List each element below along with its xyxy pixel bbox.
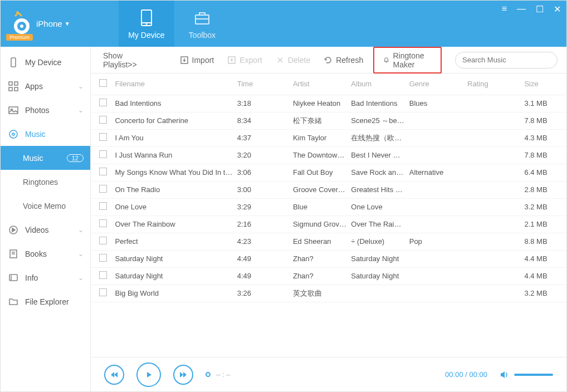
refresh-button[interactable]: Refresh (320, 53, 366, 67)
checkbox-icon[interactable] (99, 185, 107, 193)
select-all-header[interactable] (91, 74, 110, 95)
checkbox-icon[interactable] (99, 133, 107, 141)
checkbox-icon[interactable] (99, 219, 107, 227)
cell-album: Bad Intentions (346, 95, 404, 112)
row-checkbox[interactable] (91, 250, 110, 267)
show-playlist-button[interactable]: Show Playlist>> (100, 49, 146, 71)
svg-point-17 (12, 133, 14, 135)
search-input[interactable] (462, 56, 556, 64)
sidebar-sub-voice-memo[interactable]: Voice Memo (1, 194, 90, 218)
next-button[interactable] (173, 365, 193, 385)
cell-genre (405, 267, 463, 285)
sidebar-item-photos[interactable]: Photos ⌄ (1, 98, 90, 122)
col-album[interactable]: Album (346, 74, 404, 95)
row-checkbox[interactable] (91, 95, 110, 112)
table-row[interactable]: I Am You4:37Kim Taylor在线热搜（欧美）4.3 MB (91, 129, 566, 146)
row-checkbox[interactable] (91, 198, 110, 215)
col-artist[interactable]: Artist (289, 74, 346, 95)
minimize-icon[interactable]: — (517, 4, 526, 14)
table-row[interactable]: Over The Rainbow2:16Sigmund GrovenOver T… (91, 215, 566, 233)
row-checkbox[interactable] (91, 285, 110, 302)
cell-artist: Sigmund Groven (289, 215, 346, 233)
cell-time: 4:37 (233, 129, 289, 146)
checkbox-icon[interactable] (99, 288, 107, 296)
volume-control[interactable] (500, 370, 553, 380)
table-row[interactable]: One Love3:29BlueOne Love3.2 MB (91, 198, 566, 215)
row-checkbox[interactable] (91, 233, 110, 250)
app-logo: Premium (5, 11, 32, 37)
checkbox-icon[interactable] (99, 271, 107, 279)
cell-size: 8.8 MB (520, 233, 566, 250)
menu-icon[interactable]: ≡ (502, 4, 507, 14)
tab-toolbox[interactable]: Toolbox (174, 1, 230, 47)
col-filename[interactable]: Filename (110, 74, 232, 95)
sidebar-item-videos[interactable]: Videos ⌄ (1, 218, 90, 242)
col-rating[interactable]: Rating (463, 74, 520, 95)
table-row[interactable]: Perfect4:23Ed Sheeran÷ (Deluxe)Pop8.8 MB (91, 233, 566, 250)
row-checkbox[interactable] (91, 164, 110, 181)
col-genre[interactable]: Genre (405, 74, 463, 95)
cell-time: 4:49 (233, 267, 289, 285)
table-row[interactable]: I Just Wanna Run3:20The Downtown Fiction… (91, 146, 566, 164)
row-checkbox[interactable] (91, 146, 110, 164)
checkbox-icon[interactable] (99, 79, 107, 87)
search-music-box[interactable] (455, 52, 558, 68)
device-dropdown[interactable]: iPhone ▼ (36, 19, 70, 28)
checkbox-icon[interactable] (99, 168, 107, 175)
tab-my-device[interactable]: My Device (119, 1, 174, 47)
svg-rect-13 (14, 87, 18, 91)
export-button[interactable]: Export (224, 53, 265, 67)
cell-album: Scene25 ～best Of (346, 112, 404, 129)
sidebar-item-books[interactable]: Books ⌄ (1, 242, 90, 266)
sidebar-item-apps[interactable]: Apps ⌄ (1, 74, 90, 98)
checkbox-icon[interactable] (99, 116, 107, 124)
svg-rect-10 (9, 82, 12, 85)
cell-time: 3:00 (233, 181, 289, 198)
delete-button[interactable]: Delete (272, 53, 314, 67)
cell-size: 2.1 MB (520, 215, 566, 233)
cell-filename: Over The Rainbow (110, 215, 232, 233)
sidebar-item-music[interactable]: Music (1, 122, 90, 146)
row-checkbox[interactable] (91, 215, 110, 233)
table-row[interactable]: On The Radio3:00Groove CoverageGreatest … (91, 181, 566, 198)
previous-button[interactable] (104, 365, 124, 385)
table-row[interactable]: Big Big World3:26英文歌曲3.2 MB (91, 285, 566, 302)
row-checkbox[interactable] (91, 181, 110, 198)
sidebar-item-label: Photos (25, 106, 50, 115)
table-row[interactable]: Saturday Night4:49Zhan?Saturday Night4.4… (91, 250, 566, 267)
sidebar-item-info[interactable]: Info ⌄ (1, 266, 90, 290)
checkbox-icon[interactable] (99, 237, 107, 244)
row-checkbox[interactable] (91, 129, 110, 146)
svg-point-3 (16, 11, 18, 13)
sidebar-sub-music[interactable]: Music 12 (1, 146, 90, 170)
row-checkbox[interactable] (91, 267, 110, 285)
chevron-down-icon: ⌄ (78, 226, 84, 234)
row-checkbox[interactable] (91, 112, 110, 129)
ringtone-maker-button[interactable]: Ringtone Maker (373, 47, 442, 74)
volume-bar[interactable] (514, 374, 553, 376)
sidebar-sub-ringtones[interactable]: Ringtones (1, 170, 90, 194)
play-button[interactable] (136, 362, 161, 387)
header-tabs: My Device Toolbox (119, 1, 230, 47)
cell-rating (463, 181, 520, 198)
table-row[interactable]: Concerto for Catherine8:34松下奈緒Scene25 ～b… (91, 112, 566, 129)
table-row[interactable]: Bad Intentions3:18Niykee HeatonBad Inten… (91, 95, 566, 112)
col-size[interactable]: Size (520, 74, 566, 95)
sidebar-item-my-device[interactable]: My Device (1, 50, 90, 74)
sidebar-item-label: Apps (25, 82, 43, 91)
col-time[interactable]: Time (233, 74, 289, 95)
checkbox-icon[interactable] (99, 254, 107, 262)
table-row[interactable]: Saturday Night4:49Zhan?Saturday Night4.4… (91, 267, 566, 285)
checkbox-icon[interactable] (99, 150, 107, 158)
table-row[interactable]: My Songs Know What You Did In th...3:06F… (91, 164, 566, 181)
import-button[interactable]: Import (177, 53, 218, 67)
checkbox-icon[interactable] (99, 99, 107, 106)
cell-artist: Blue (289, 198, 346, 215)
checkbox-icon[interactable] (99, 202, 107, 210)
close-icon[interactable]: ✕ (554, 4, 561, 14)
maximize-icon[interactable]: ☐ (536, 4, 544, 14)
svg-point-24 (11, 277, 12, 278)
sidebar-item-file-explorer[interactable]: File Explorer (1, 290, 90, 313)
seek-handle[interactable] (206, 372, 211, 377)
cell-album: Best I Never Had (346, 146, 404, 164)
